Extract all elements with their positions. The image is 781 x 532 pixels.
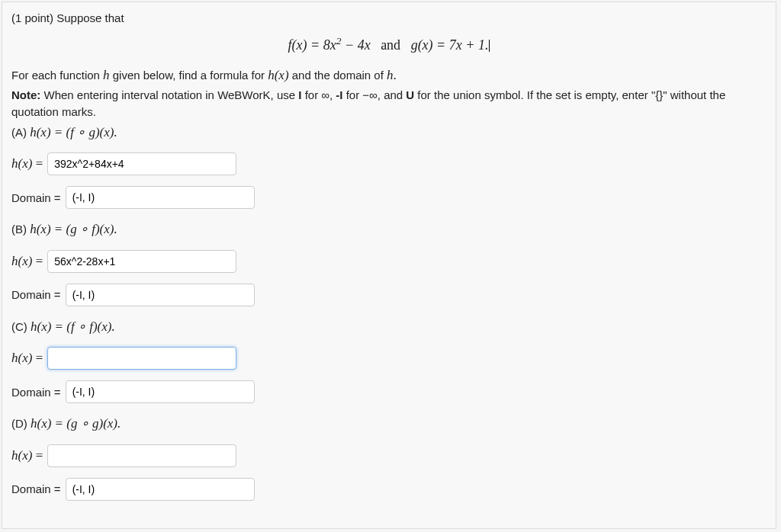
part-D-label: (D) [11, 417, 31, 430]
part-C-heading: (C) h(x) = (f ∘ f)(x). [11, 317, 767, 337]
part-D-hx-input[interactable] [47, 444, 236, 467]
part-D-domain-input[interactable] [66, 478, 255, 501]
txt: for −∞, and [343, 88, 407, 101]
points-and-intro: (1 point) Suppose that [11, 11, 767, 24]
part-C-domain-row: Domain = [11, 380, 767, 403]
sym-U: U [406, 88, 414, 101]
sym-negI: -I [336, 88, 342, 101]
part-A-hx-row: h(x) = [11, 152, 767, 175]
note-line: Note: When entering interval notation in… [11, 87, 767, 121]
part-B-domain-row: Domain = [11, 284, 767, 306]
note-label: Note: [11, 88, 40, 101]
part-B-heading: (B) h(x) = (g ∘ f)(x). [11, 220, 767, 239]
instruction-line-1: For each function h given below, find a … [11, 66, 767, 85]
domain-label: Domain = [11, 288, 61, 301]
hx-symbol: h(x) [268, 68, 288, 82]
central-equation: f(x) = 8x2 − 4x and g(x) = 7x + 1. [11, 35, 767, 53]
txt: for ∞, [301, 88, 336, 101]
part-C-domain-input[interactable] [66, 380, 255, 403]
domain-label: Domain = [11, 386, 61, 399]
part-A-domain-row: Domain = [11, 186, 767, 209]
part-B-hx-input[interactable] [47, 250, 236, 273]
hx-label: h(x) = [11, 448, 43, 463]
hx-label: h(x) = [11, 351, 43, 366]
part-C-label: (C) [11, 320, 31, 333]
part-B-expr: h(x) = (g ∘ f)(x). [30, 222, 117, 236]
problem-container: (1 point) Suppose that f(x) = 8x2 − 4x a… [2, 2, 776, 529]
part-A-expr: h(x) = (f ∘ g)(x). [30, 125, 117, 139]
part-A-label: (A) [11, 126, 30, 139]
hx-label: h(x) = [11, 254, 43, 269]
txt: and the domain of [292, 69, 387, 82]
part-C-expr: h(x) = (f ∘ f)(x). [31, 319, 115, 334]
h-symbol: h [387, 68, 394, 82]
part-A-hx-input[interactable] [47, 152, 236, 175]
part-D-domain-row: Domain = [11, 478, 767, 501]
part-D-expr: h(x) = (g ∘ g)(x). [31, 416, 121, 431]
part-D-heading: (D) h(x) = (g ∘ g)(x). [11, 414, 767, 434]
txt: For each function [11, 69, 103, 82]
domain-label: Domain = [11, 482, 61, 495]
part-A-heading: (A) h(x) = (f ∘ g)(x). [11, 123, 767, 143]
txt: When entering interval notation in WeBWo… [40, 88, 298, 101]
txt: given below, find a formula for [113, 69, 268, 82]
part-A-domain-input[interactable] [66, 186, 255, 209]
part-D-hx-row: h(x) = [11, 444, 767, 467]
hx-label: h(x) = [11, 156, 43, 171]
points-label: (1 point) [11, 11, 53, 24]
domain-label: Domain = [11, 191, 61, 204]
part-B-hx-row: h(x) = [11, 250, 767, 273]
intro-text: Suppose that [56, 11, 124, 24]
part-C-hx-row: h(x) = [11, 347, 767, 370]
part-B-domain-input[interactable] [66, 284, 255, 306]
part-B-label: (B) [11, 223, 30, 236]
h-symbol: h [103, 68, 110, 82]
part-C-hx-input[interactable] [47, 347, 236, 370]
